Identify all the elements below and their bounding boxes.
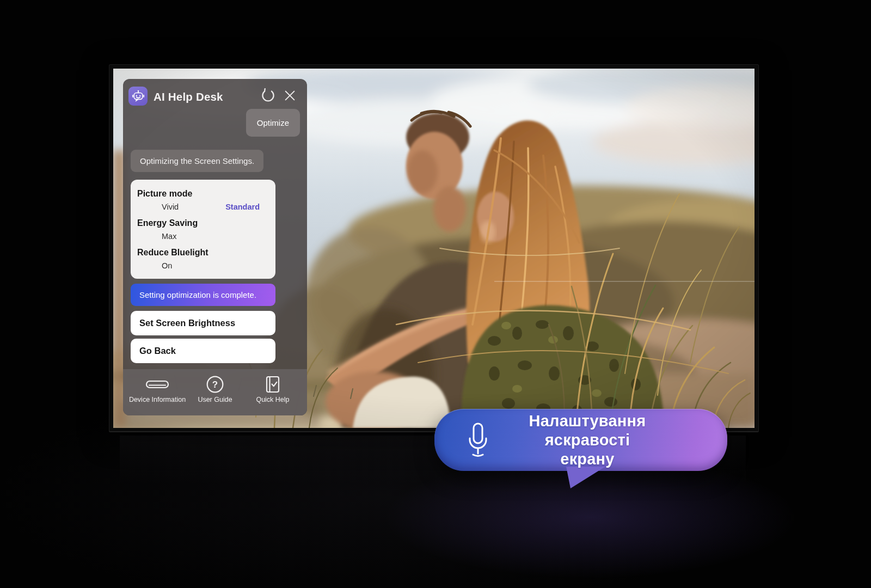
quick-help-icon — [263, 376, 282, 393]
bot-status-message: Optimizing the Screen Settings. — [131, 150, 263, 172]
footer-label: Device Information — [129, 396, 186, 403]
setting-row: Max — [131, 230, 275, 243]
tv: AI Help Desk Optimize — [109, 64, 759, 432]
set-screen-brightness-button[interactable]: Set Screen Brightness — [131, 311, 275, 335]
setting-label: Energy Saving — [131, 217, 275, 230]
completion-message: Setting optimization is complete. — [131, 284, 275, 306]
close-button[interactable] — [283, 88, 297, 103]
refresh-button[interactable] — [261, 88, 275, 103]
voice-command-bubble: Налаштування яскравості екрану — [434, 409, 727, 471]
setting-value: On — [162, 259, 172, 272]
chat-area: Optimize Optimizing the Screen Settings.… — [123, 106, 307, 369]
footer-label: User Guide — [198, 396, 232, 403]
quick-help-item[interactable]: Quick Help — [244, 376, 302, 415]
user-guide-item[interactable]: ? User Guide — [186, 376, 244, 415]
setting-label: Reduce Bluelight — [131, 246, 275, 259]
setting-row: Vivid Standard — [131, 200, 275, 213]
svg-text:?: ? — [212, 379, 218, 390]
setting-value: Max — [162, 230, 176, 243]
robot-icon — [128, 87, 148, 106]
setting-row: On — [131, 259, 275, 272]
microphone-icon — [466, 422, 490, 458]
refresh-icon — [261, 88, 275, 103]
voice-line-2: яскравості екрану — [516, 431, 659, 469]
voice-command-text: Налаштування яскравості екрану — [516, 412, 659, 469]
user-guide-icon: ? — [206, 376, 224, 393]
go-back-button[interactable]: Go Back — [131, 339, 275, 363]
panel-header: AI Help Desk — [123, 79, 307, 106]
scene-background: AI Help Desk Optimize — [0, 0, 871, 588]
setting-old-value: Vivid — [162, 200, 179, 213]
settings-summary-card: Picture mode Vivid Standard Energy Savin… — [131, 180, 275, 279]
close-icon — [283, 88, 297, 103]
device-information-icon — [145, 376, 169, 393]
voice-bubble-tail — [563, 467, 606, 489]
panel-footer: Device Information ? User Guide — [123, 369, 307, 415]
panel-title: AI Help Desk — [154, 90, 223, 103]
footer-label: Quick Help — [256, 396, 289, 403]
setting-label: Picture mode — [131, 187, 275, 200]
voice-line-1: Налаштування — [516, 412, 659, 431]
tv-screen: AI Help Desk Optimize — [113, 69, 755, 428]
device-information-item[interactable]: Device Information — [128, 376, 186, 415]
setting-new-value: Standard — [225, 200, 260, 213]
user-message-optimize: Optimize — [246, 109, 300, 137]
ai-help-desk-panel: AI Help Desk Optimize — [123, 79, 307, 415]
